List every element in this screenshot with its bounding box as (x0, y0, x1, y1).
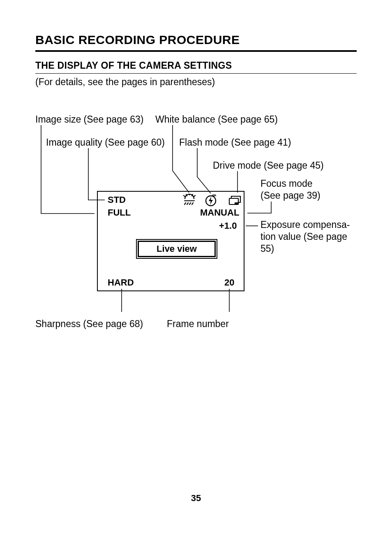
page: BASIC RECORDING PROCEDURE THE DISPLAY OF… (0, 0, 392, 555)
callout-lines (0, 0, 392, 555)
page-number: 35 (0, 493, 392, 504)
